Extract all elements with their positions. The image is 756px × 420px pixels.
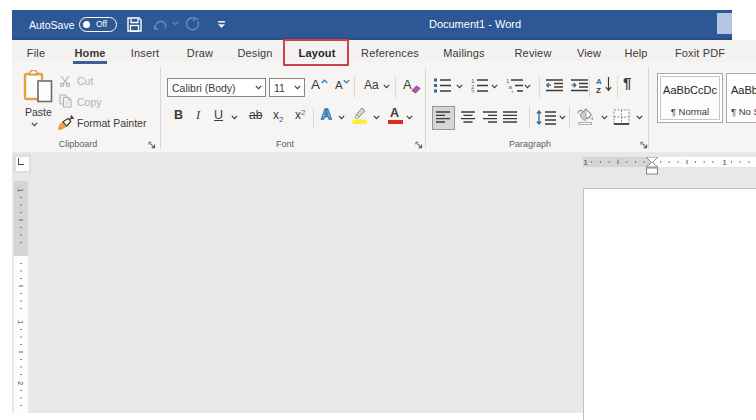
svg-text:1: 1 [16,188,25,192]
svg-text:2: 2 [16,381,25,385]
svg-text:1: 1 [723,158,727,167]
svg-text:Z: Z [596,86,601,94]
svg-text:A: A [596,77,602,86]
svg-text:3: 3 [471,89,475,93]
svg-text:1: 1 [16,320,25,324]
svg-text:i: i [512,89,513,93]
svg-text:1: 1 [584,158,588,167]
